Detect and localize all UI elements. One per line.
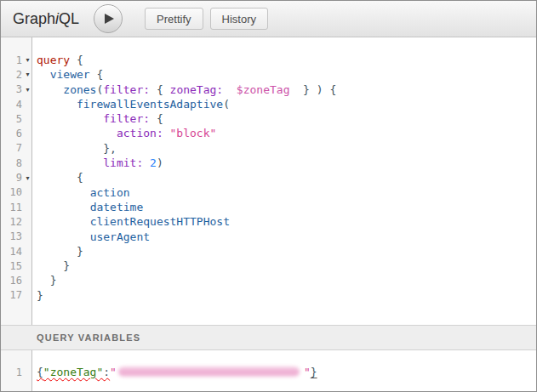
code-text: zones(filter: { zoneTag: $zoneTag } ) { bbox=[37, 82, 336, 97]
query-code-lines: 1▾query {2▾ viewer {3▾ zones(filter: { z… bbox=[1, 53, 536, 303]
fold-arrow-icon[interactable]: ▾ bbox=[22, 56, 33, 64]
code-text: viewer { bbox=[37, 67, 103, 82]
code-token bbox=[37, 127, 117, 139]
toolbar: GraphiQL Prettify History bbox=[1, 1, 536, 37]
code-token: $zoneTag bbox=[237, 83, 290, 96]
code-line[interactable]: 15 } bbox=[1, 258, 536, 273]
code-token: " bbox=[110, 366, 117, 378]
play-icon bbox=[101, 13, 115, 25]
code-token: } bbox=[37, 274, 56, 287]
logo-text-suffix: QL bbox=[59, 10, 79, 27]
code-text: } bbox=[37, 258, 70, 273]
code-token: " bbox=[304, 366, 311, 378]
code-token: zones bbox=[63, 83, 96, 96]
code-text: userAgent bbox=[37, 230, 150, 244]
redacted-value-blur bbox=[118, 366, 300, 377]
code-line[interactable]: 9▾ { bbox=[1, 170, 536, 185]
line-number: 14 bbox=[1, 246, 22, 258]
fold-arrow-icon[interactable]: ▾ bbox=[22, 174, 33, 182]
code-line[interactable]: 17} bbox=[1, 288, 536, 303]
line-number: 1 bbox=[1, 366, 22, 378]
line-number: 8 bbox=[1, 157, 22, 169]
line-number: 1 bbox=[1, 54, 22, 66]
code-token bbox=[37, 215, 90, 228]
variables-code-lines: 1{"zoneTag":""} bbox=[1, 365, 536, 379]
code-text: }, bbox=[37, 141, 117, 156]
fold-arrow-icon[interactable]: ▾ bbox=[22, 71, 33, 78]
code-token bbox=[37, 68, 50, 81]
code-token: filter: bbox=[103, 112, 150, 125]
code-token bbox=[37, 83, 63, 96]
code-line[interactable]: 8 limit: 2) bbox=[1, 156, 536, 170]
line-number: 2 bbox=[1, 69, 22, 81]
code-token: ( bbox=[223, 98, 230, 111]
code-line[interactable]: 6 action: "block" bbox=[1, 126, 536, 140]
code-token: datetime bbox=[90, 201, 144, 213]
code-line[interactable]: 11 datetime bbox=[1, 200, 536, 214]
code-line[interactable]: 12 clientRequestHTTPHost bbox=[1, 214, 536, 229]
code-token: limit: bbox=[103, 156, 143, 169]
code-line[interactable]: 16 } bbox=[1, 273, 536, 287]
code-text: } bbox=[37, 288, 43, 303]
code-line[interactable]: 1▾query { bbox=[1, 53, 536, 67]
line-number: 13 bbox=[1, 230, 22, 242]
query-variables-editor[interactable]: 1{"zoneTag":""} bbox=[1, 350, 536, 391]
code-token: 2 bbox=[150, 156, 157, 169]
code-token bbox=[37, 112, 103, 125]
code-text: { bbox=[37, 170, 83, 185]
code-token: "block" bbox=[170, 127, 217, 139]
code-token: query bbox=[37, 54, 70, 66]
graphiql-logo: GraphiQL bbox=[13, 10, 79, 28]
line-number: 12 bbox=[1, 216, 22, 228]
code-line[interactable]: 7 }, bbox=[1, 141, 536, 156]
code-token: filter: bbox=[103, 83, 150, 96]
code-text: } bbox=[37, 244, 83, 258]
history-button[interactable]: History bbox=[210, 8, 268, 30]
code-text: clientRequestHTTPHost bbox=[37, 214, 230, 229]
logo-text: Graph bbox=[13, 10, 55, 27]
code-text: limit: 2) bbox=[37, 156, 163, 170]
code-token bbox=[37, 201, 90, 213]
code-token: }, bbox=[37, 142, 117, 155]
code-token: { bbox=[37, 171, 83, 184]
prettify-button[interactable]: Prettify bbox=[145, 8, 203, 30]
code-text: action bbox=[37, 185, 130, 200]
code-line[interactable]: 1{"zoneTag":""} bbox=[1, 365, 536, 379]
code-line[interactable]: 4 firewallEventsAdaptive( bbox=[1, 97, 536, 111]
query-editor[interactable]: 1▾query {2▾ viewer {3▾ zones(filter: { z… bbox=[1, 37, 536, 325]
code-token: viewer bbox=[50, 68, 90, 81]
code-text: filter: { bbox=[37, 111, 163, 126]
code-line[interactable]: 2▾ viewer { bbox=[1, 67, 536, 82]
code-token bbox=[143, 156, 150, 169]
code-token: { bbox=[90, 68, 104, 81]
code-token: "zoneTag" bbox=[43, 366, 103, 378]
query-variables-title-bar[interactable]: QUERY VARIABLES bbox=[1, 325, 536, 350]
line-number: 3 bbox=[1, 83, 22, 95]
code-token: } bbox=[311, 366, 317, 378]
code-text: } bbox=[37, 273, 56, 287]
line-number: 16 bbox=[1, 275, 22, 287]
code-token: } bbox=[37, 289, 43, 302]
code-token: } bbox=[37, 259, 70, 272]
code-token: zoneTag: bbox=[170, 83, 224, 96]
code-token bbox=[37, 156, 103, 169]
code-text: datetime bbox=[37, 200, 143, 214]
code-line[interactable]: 5 filter: { bbox=[1, 111, 536, 126]
query-variables-title: QUERY VARIABLES bbox=[37, 332, 140, 343]
code-token: clientRequestHTTPHost bbox=[90, 215, 230, 228]
line-number: 4 bbox=[1, 99, 22, 111]
code-line[interactable]: 13 userAgent bbox=[1, 230, 536, 244]
execute-query-button[interactable] bbox=[94, 4, 123, 33]
code-line[interactable]: 3▾ zones(filter: { zoneTag: $zoneTag } )… bbox=[1, 82, 536, 97]
line-number: 5 bbox=[1, 113, 22, 125]
code-line[interactable]: 10 action bbox=[1, 185, 536, 200]
code-line[interactable]: 14 } bbox=[1, 244, 536, 258]
code-token: } ) { bbox=[289, 83, 336, 96]
code-token bbox=[163, 127, 170, 139]
code-token bbox=[37, 98, 77, 111]
code-token bbox=[37, 186, 90, 199]
fold-arrow-icon[interactable]: ▾ bbox=[22, 86, 33, 94]
code-token: : bbox=[103, 366, 110, 378]
code-token: { bbox=[150, 112, 163, 125]
code-text: firewallEventsAdaptive( bbox=[37, 97, 230, 111]
